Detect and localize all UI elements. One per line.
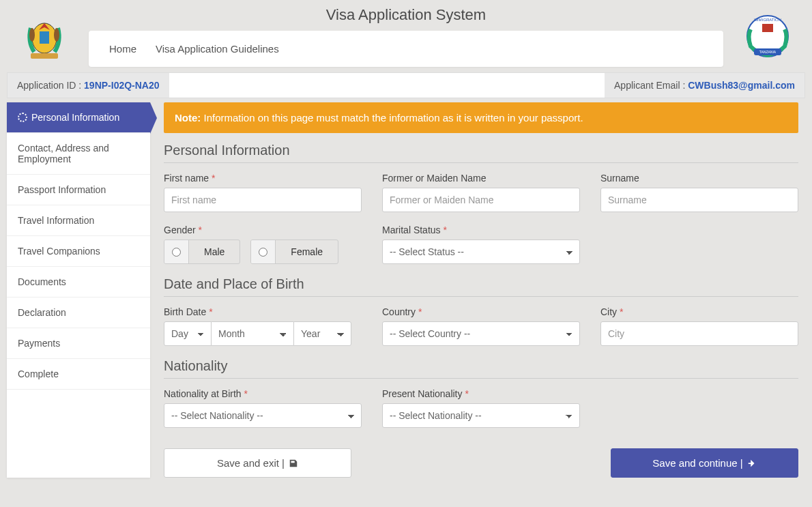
save-icon: [289, 459, 298, 468]
svg-rect-6: [762, 24, 773, 32]
gender-female-option[interactable]: Female: [250, 240, 338, 264]
immigration-logo: IMMIGRATIONTANZANIA: [737, 5, 798, 67]
nationality-birth-label: Nationality at Birth *: [164, 388, 362, 399]
city-input[interactable]: [600, 321, 798, 346]
sidebar-item-contact[interactable]: Contact, Address and Employment: [7, 133, 150, 175]
applicant-email-value: CWBush83@gmail.com: [688, 80, 795, 91]
birth-day-select[interactable]: Day: [164, 321, 212, 346]
country-label: Country *: [382, 306, 580, 317]
sidebar-item-personal-information[interactable]: Personal Information: [7, 102, 150, 133]
top-nav: Home Visa Application Guidelines: [89, 31, 723, 67]
id-bar: Application ID : 19NP-I02Q-NA20 Applican…: [7, 72, 805, 98]
svg-text:TANZANIA: TANZANIA: [759, 50, 777, 54]
present-nationality-select[interactable]: -- Select Nationality --: [382, 403, 580, 428]
section-nationality-title: Nationality: [164, 358, 798, 379]
birth-month-select[interactable]: Month: [212, 321, 293, 346]
sidebar: Personal Information Contact, Address an…: [7, 102, 150, 478]
svg-point-3: [54, 28, 59, 42]
sidebar-item-documents[interactable]: Documents: [7, 267, 150, 298]
sidebar-item-passport[interactable]: Passport Information: [7, 175, 150, 205]
svg-point-2: [29, 28, 35, 42]
svg-text:IMMIGRATION: IMMIGRATION: [754, 18, 781, 22]
surname-input[interactable]: [600, 188, 798, 212]
system-title: Visa Application System: [89, 6, 723, 24]
former-name-label: Former or Maiden Name: [382, 173, 580, 184]
birth-date-label: Birth Date *: [164, 306, 362, 317]
save-exit-button[interactable]: Save and exit |: [164, 448, 351, 478]
svg-rect-1: [40, 31, 49, 44]
marital-status-select[interactable]: -- Select Status --: [382, 240, 580, 264]
city-label: City *: [600, 306, 798, 317]
sidebar-item-travel-info[interactable]: Travel Information: [7, 205, 150, 236]
gender-male-option[interactable]: Male: [164, 240, 240, 264]
sidebar-item-complete[interactable]: Complete: [7, 359, 150, 390]
sidebar-item-travel-companions[interactable]: Travel Companions: [7, 236, 150, 267]
country-select[interactable]: -- Select Country --: [382, 321, 580, 346]
tanzania-coat-of-arms-logo: [14, 9, 75, 63]
sidebar-item-declaration[interactable]: Declaration: [7, 298, 150, 328]
nav-guidelines[interactable]: Visa Application Guidelines: [156, 43, 279, 55]
application-id-value: 19NP-I02Q-NA20: [84, 80, 160, 91]
section-dob-title: Date and Place of Birth: [164, 276, 798, 297]
gender-label: Gender *: [164, 224, 362, 235]
marital-status-label: Marital Status *: [382, 224, 580, 235]
first-name-label: First name *: [164, 173, 362, 184]
application-id-label: Application ID :: [17, 80, 84, 91]
surname-label: Surname: [600, 173, 798, 184]
first-name-input[interactable]: [164, 188, 362, 212]
birth-year-select[interactable]: Year: [293, 321, 351, 346]
arrow-right-icon: [747, 459, 757, 468]
nav-home[interactable]: Home: [109, 43, 136, 55]
section-personal-title: Personal Information: [164, 143, 798, 163]
note-alert: Note: Information on this page must matc…: [164, 102, 798, 133]
svg-rect-4: [31, 53, 58, 59]
former-name-input[interactable]: [382, 188, 580, 212]
sidebar-item-payments[interactable]: Payments: [7, 328, 150, 359]
present-nationality-label: Present Nationality *: [382, 388, 580, 399]
nationality-birth-select[interactable]: -- Select Nationality --: [164, 403, 362, 428]
applicant-email-label: Applicant Email :: [614, 80, 688, 91]
save-continue-button[interactable]: Save and continue |: [611, 448, 798, 478]
